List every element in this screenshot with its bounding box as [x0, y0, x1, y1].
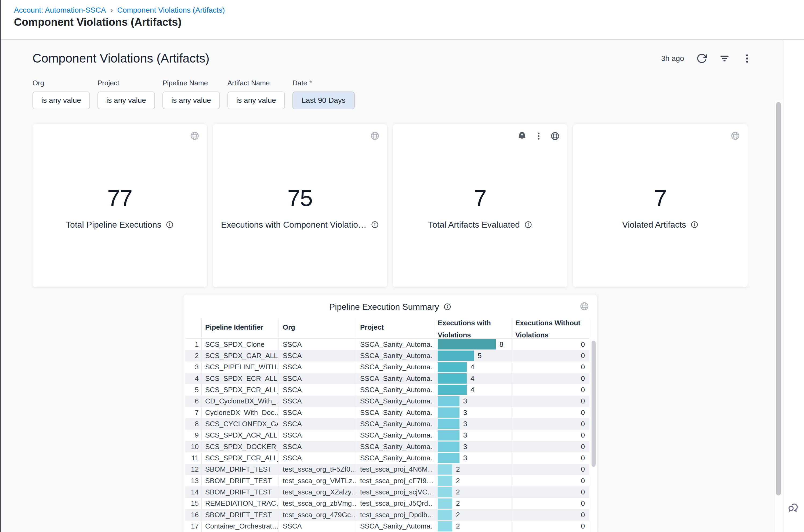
globe-icon[interactable]: [550, 131, 560, 141]
filter-date-value-button[interactable]: Last 90 Days: [293, 92, 355, 109]
column-header-pipeline-identifier[interactable]: Pipeline Identifier: [205, 323, 276, 332]
column-header-project[interactable]: Project: [360, 323, 433, 332]
table-row[interactable]: 5SCS_SPDX_ECR_ALL_…SSCASSCA_Sanity_Autom…: [185, 384, 589, 395]
filter-pipeline-name-value-button[interactable]: is any value: [163, 92, 220, 109]
filter-date: Date*Last 90 Days: [293, 79, 355, 109]
cell-executions-without-violations: 0: [516, 464, 585, 475]
executions-with-violations-bar[interactable]: [438, 362, 467, 372]
filter-org-value-button[interactable]: is any value: [33, 92, 90, 109]
chat-help-button[interactable]: [787, 501, 800, 514]
table-row[interactable]: 15REMEDIATION_TRAC…test_ssca_org_zbVmg…t…: [185, 498, 589, 509]
window-left-edge: [0, 0, 1, 532]
table-row[interactable]: 11SCS_SPDX_ECR_ALL_…SSCASSCA_Sanity_Auto…: [185, 452, 589, 463]
info-icon[interactable]: [166, 221, 174, 229]
row-number: 10: [185, 441, 199, 452]
executions-with-violations-bar[interactable]: [438, 487, 452, 497]
cell-pipeline-identifier: SCS_SPDX_Clone: [205, 339, 278, 350]
table-row[interactable]: 1SCS_SPDX_CloneSSCASSCA_Sanity_Automa…80: [185, 339, 589, 350]
breadcrumb-account-link[interactable]: Account: Automation-SSCA: [14, 6, 106, 15]
table-row[interactable]: 8SCS_CYCLONEDX_GA…SSCASSCA_Sanity_Automa…: [185, 418, 589, 430]
globe-icon[interactable]: [370, 131, 380, 141]
filter-artifact-name-value-button[interactable]: is any value: [227, 92, 285, 109]
table-scrollbar-thumb[interactable]: [592, 341, 596, 467]
filter-label: Project: [97, 79, 155, 87]
executions-with-violations-value: 2: [456, 521, 460, 532]
refresh-icon: [696, 53, 707, 64]
executions-with-violations-bar[interactable]: [438, 476, 452, 486]
executions-with-violations-bar[interactable]: [438, 350, 474, 361]
stat-label-row: Total Pipeline Executions: [33, 220, 207, 230]
more-menu-button[interactable]: [742, 53, 752, 64]
row-number: 12: [185, 464, 199, 475]
executions-with-violations-bar[interactable]: [438, 453, 460, 463]
dashboard-filters-button[interactable]: [718, 53, 730, 64]
executions-with-violations-bar[interactable]: [438, 464, 452, 475]
executions-with-violations-bar[interactable]: [438, 373, 467, 384]
column-header-executions-without-violations[interactable]: Executions Without Violations: [515, 317, 586, 341]
table-row[interactable]: 3SCS_PIPELINE_WITH…SSCASSCA_Sanity_Autom…: [185, 362, 589, 373]
info-icon[interactable]: [690, 221, 698, 229]
executions-with-violations-bar[interactable]: [438, 407, 460, 418]
executions-with-violations-value: 4: [470, 362, 474, 373]
executions-with-violations-bar[interactable]: [438, 521, 452, 531]
table-row[interactable]: 14SBOM_DRIFT_TESTtest_ssca_org_XZalzy…te…: [185, 487, 589, 498]
executions-with-violations-value: 2: [456, 509, 460, 520]
executions-with-violations-bar[interactable]: [438, 498, 452, 509]
executions-with-violations-value: 3: [463, 430, 467, 441]
executions-with-violations-bar[interactable]: [438, 339, 496, 349]
stat-card-total-artifacts-evaluated: 7Total Artifacts Evaluated: [393, 124, 567, 287]
filter-project-value-button[interactable]: is any value: [97, 92, 155, 109]
cell-org: SSCA: [283, 430, 356, 441]
table-row[interactable]: 2SCS_SPDX_GAR_ALL…SSCASSCA_Sanity_Automa…: [185, 350, 589, 361]
cell-executions-without-violations: 0: [516, 339, 585, 350]
globe-icon[interactable]: [580, 301, 589, 311]
cell-project: SSCA_Sanity_Automa…: [360, 521, 433, 532]
page-scrollbar-thumb[interactable]: [776, 102, 781, 495]
table-row[interactable]: 12SBOM_DRIFT_TESTtest_ssca_org_tF5Zf0…te…: [185, 464, 589, 475]
executions-with-violations-bar[interactable]: [438, 419, 460, 429]
cell-executions-without-violations: 0: [516, 521, 585, 532]
info-icon[interactable]: [524, 221, 532, 229]
column-divider: [278, 318, 279, 532]
cell-pipeline-identifier: SCS_SPDX_ECR_ALL_…: [205, 384, 278, 395]
executions-with-violations-value: 3: [463, 407, 467, 418]
info-icon[interactable]: [371, 221, 379, 229]
cell-pipeline-identifier: CycloneDX_With_Doc…: [205, 407, 278, 418]
refresh-button[interactable]: [696, 53, 707, 64]
bell-add-icon[interactable]: [517, 131, 527, 141]
table-row[interactable]: 16SBOM_DRIFT_TESTtest_ssca_org_479Gc…tes…: [185, 509, 589, 520]
filter-org: Orgis any value: [33, 79, 90, 109]
dashboard-title: Component Violations (Artifacts): [33, 51, 209, 65]
executions-with-violations-bar[interactable]: [438, 441, 460, 452]
cell-project: SSCA_Sanity_Automa…: [360, 384, 433, 395]
column-header-org[interactable]: Org: [283, 323, 354, 332]
page-scrollbar-track[interactable]: [774, 100, 783, 532]
cell-executions-without-violations: 0: [516, 350, 585, 361]
column-divider: [201, 318, 202, 532]
table-row[interactable]: 4SCS_SPDX_ECR_ALL_…SSCASSCA_Sanity_Autom…: [185, 373, 589, 384]
kebab-menu-icon[interactable]: [534, 132, 543, 141]
table-row[interactable]: 13SBOM_DRIFT_TESTtest_ssca_org_VMTLz…tes…: [185, 475, 589, 487]
info-icon[interactable]: [443, 303, 451, 311]
cell-project: SSCA_Sanity_Automa…: [360, 418, 433, 430]
cell-org: SSCA: [283, 362, 356, 373]
breadcrumb-current-link[interactable]: Component Violations (Artifacts): [117, 6, 225, 15]
cell-org: SSCA: [283, 441, 356, 452]
cell-executions-without-violations: 0: [516, 487, 585, 498]
column-header-executions-with-violations[interactable]: Executions with Violations: [438, 317, 502, 341]
table-row[interactable]: 7CycloneDX_With_Doc…SSCASSCA_Sanity_Auto…: [185, 407, 589, 418]
stat-label: Violated Artifacts: [622, 220, 686, 230]
cell-executions-without-violations: 0: [516, 475, 585, 487]
table-row[interactable]: 9SCS_SPDX_ACR_ALL…SSCASSCA_Sanity_Automa…: [185, 430, 589, 441]
globe-icon[interactable]: [730, 131, 740, 141]
executions-with-violations-bar[interactable]: [438, 510, 452, 520]
executions-with-violations-bar[interactable]: [438, 430, 460, 440]
table-row[interactable]: 17Container_Orchestrat…SSCASSCA_Sanity_A…: [185, 521, 589, 532]
executions-with-violations-bar[interactable]: [438, 396, 460, 406]
table-row[interactable]: 6CD_CycloneDX_With_…SSCASSCA_Sanity_Auto…: [185, 396, 589, 407]
stat-label-row: Total Artifacts Evaluated: [393, 220, 567, 230]
executions-with-violations-bar[interactable]: [438, 385, 467, 395]
globe-icon[interactable]: [190, 131, 200, 141]
column-divider: [511, 318, 512, 532]
table-row[interactable]: 10SCS_SPDX_DOCKER_…SSCASSCA_Sanity_Autom…: [185, 441, 589, 452]
